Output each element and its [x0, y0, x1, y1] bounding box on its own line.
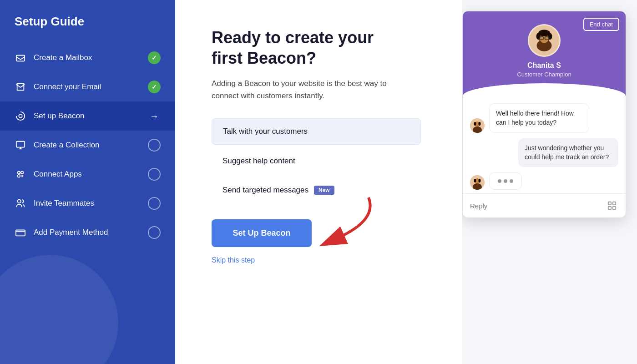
typing-dot [504, 179, 507, 183]
typing-dot [498, 179, 501, 183]
agent-avatar-container [528, 24, 561, 57]
sidebar-item-label-add-payment: Add Payment Method [34, 228, 141, 237]
avatar-image [529, 24, 559, 57]
sidebar-item-connect-apps[interactable]: Connect Apps [0, 160, 175, 189]
agent-name: Chanita S [527, 61, 561, 70]
option-send-messages[interactable]: Send targeted messagesNew [212, 177, 421, 203]
svg-point-26 [479, 122, 481, 126]
sidebar-item-label-connect-apps: Connect Apps [34, 170, 141, 179]
message-bubble-0: Well hello there friend! How can I help … [489, 103, 589, 133]
sidebar-item-label-set-up-beacon: Set up Beacon [34, 111, 141, 121]
sidebar-item-status-connect-email: ✓ [148, 81, 161, 93]
svg-point-8 [18, 200, 21, 203]
chat-widget: End chat Chanita S [462, 11, 626, 218]
sidebar-item-status-create-collection [148, 139, 161, 152]
apps-icon [15, 168, 26, 180]
sidebar-title: Setup Guide [0, 15, 175, 43]
option-badge-send-messages: New [314, 186, 334, 195]
page-title: Ready to create your first Beacon? [212, 27, 403, 68]
check-icon: ✓ [152, 83, 157, 91]
svg-point-6 [21, 172, 23, 174]
svg-rect-2 [16, 142, 25, 147]
svg-point-1 [19, 114, 22, 117]
payment-icon [15, 227, 26, 238]
sidebar-item-status-set-up-beacon: → [148, 110, 161, 122]
main-content: Ready to create your first Beacon? Addin… [175, 0, 462, 364]
sidebar-item-set-up-beacon[interactable]: Set up Beacon→ [0, 101, 175, 131]
message-bubble-2 [489, 172, 522, 190]
message-row-2 [470, 172, 618, 190]
chat-attach-button[interactable] [606, 199, 618, 212]
skip-link[interactable]: Skip this step [212, 256, 435, 264]
chat-wave-decoration [463, 83, 626, 96]
teammates-icon [15, 197, 26, 209]
svg-rect-32 [608, 202, 611, 205]
option-label-suggest-content: Suggest help content [222, 157, 295, 166]
sidebar-item-label-create-collection: Create a Collection [34, 141, 141, 150]
message-row-0: Well hello there friend! How can I help … [470, 103, 618, 133]
typing-dot [510, 179, 513, 183]
sidebar-item-add-payment[interactable]: Add Payment Method [0, 218, 175, 247]
sidebar-item-label-create-mailbox: Create a Mailbox [34, 53, 141, 62]
message-bubble-1: Just wondering whether you could help me… [518, 138, 618, 167]
svg-rect-35 [613, 207, 616, 209]
message-agent-avatar [470, 118, 485, 133]
sidebar-item-connect-email[interactable]: Connect your Email✓ [0, 72, 175, 101]
check-icon: ✓ [152, 54, 157, 61]
chat-input-area [463, 193, 626, 217]
option-label-talk-customers: Talk with your customers [223, 127, 308, 136]
svg-point-31 [479, 179, 481, 182]
collection-icon [15, 139, 26, 151]
sidebar-item-status-connect-apps [148, 168, 161, 181]
sidebar-item-status-create-mailbox: ✓ [148, 51, 161, 64]
beacon-icon [15, 110, 26, 122]
svg-point-5 [18, 172, 20, 174]
sidebar-item-label-connect-email: Connect your Email [34, 82, 141, 91]
svg-rect-33 [613, 202, 616, 205]
option-label-send-messages: Send targeted messages [222, 186, 308, 195]
sidebar: Setup Guide Create a Mailbox✓Connect you… [0, 0, 175, 364]
end-chat-button[interactable]: End chat [583, 18, 619, 31]
message-agent-avatar [470, 175, 485, 190]
chat-reply-input[interactable] [470, 202, 602, 210]
chat-messages: Well hello there friend! How can I help … [463, 96, 626, 193]
svg-point-7 [18, 175, 20, 177]
sidebar-item-status-add-payment [148, 226, 161, 239]
svg-point-25 [474, 122, 476, 126]
setup-beacon-button[interactable]: Set Up Beacon [212, 219, 312, 247]
email-icon [15, 81, 26, 93]
mailbox-icon [15, 52, 26, 64]
option-talk-customers[interactable]: Talk with your customers [212, 118, 421, 145]
avatar [528, 24, 561, 57]
sidebar-item-create-mailbox[interactable]: Create a Mailbox✓ [0, 43, 175, 72]
svg-rect-9 [16, 230, 25, 236]
arrow-icon: → [150, 111, 159, 121]
chat-header: End chat Chanita S [463, 11, 626, 96]
option-suggest-content[interactable]: Suggest help content [212, 148, 421, 174]
page-description: Adding a Beacon to your website is the b… [212, 77, 412, 102]
sidebar-item-status-invite-teammates [148, 197, 161, 210]
svg-rect-0 [16, 56, 25, 61]
agent-role: Customer Champion [517, 71, 571, 78]
sidebar-item-create-collection[interactable]: Create a Collection [0, 131, 175, 160]
sidebar-item-invite-teammates[interactable]: Invite Teammates [0, 189, 175, 218]
sidebar-item-label-invite-teammates: Invite Teammates [34, 199, 141, 208]
message-row-1: Just wondering whether you could help me… [470, 138, 618, 167]
svg-point-30 [474, 179, 476, 182]
svg-rect-34 [608, 207, 611, 209]
